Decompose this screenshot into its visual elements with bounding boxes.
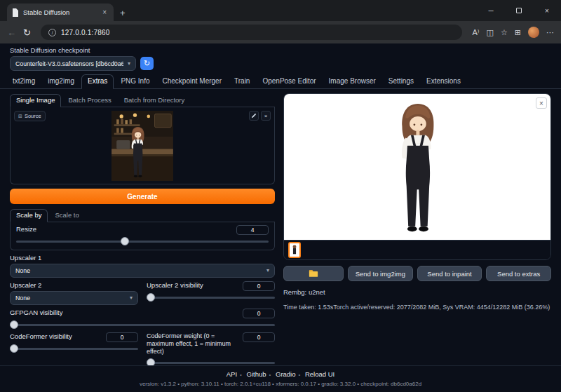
open-output-folder-button[interactable] xyxy=(283,266,344,281)
tab-close-icon[interactable]: × xyxy=(100,8,109,17)
browser-titlebar: Stable Diffusion × + ─ × xyxy=(0,0,561,21)
codeformer-weight-block: CodeFormer weight (0 = maximum effect, 1… xyxy=(147,332,275,367)
stable-diffusion-page: Stable Diffusion checkpoint Counterfeit-… xyxy=(0,43,561,392)
resize-slider-track[interactable] xyxy=(16,241,269,243)
read-aloud-icon[interactable]: A⁾ xyxy=(472,29,479,36)
slider-handle[interactable] xyxy=(147,293,155,302)
upscaler2-visibility-label: Upscaler 2 visibility xyxy=(147,281,203,290)
source-image[interactable] xyxy=(111,111,173,181)
generate-button[interactable]: Generate xyxy=(10,189,275,204)
api-link[interactable]: API xyxy=(227,370,237,378)
main-tab-bar: txt2img img2img Extras PNG Info Checkpoi… xyxy=(0,74,561,89)
result-preview[interactable]: × xyxy=(284,94,550,240)
resize-slider-handle[interactable] xyxy=(121,237,129,245)
tab-train[interactable]: Train xyxy=(229,75,255,88)
gradio-link[interactable]: Gradio xyxy=(276,370,296,378)
tab-batch-process[interactable]: Batch Process xyxy=(62,95,116,107)
result-gallery: × xyxy=(283,93,551,260)
time-taken-text: Time taken: 1.53sTorch active/reserved: … xyxy=(283,303,551,312)
tab-single-image[interactable]: Single Image xyxy=(10,94,61,107)
slider-track[interactable] xyxy=(10,348,138,350)
chevron-down-icon: ▾ xyxy=(130,295,133,301)
github-link[interactable]: Github xyxy=(247,370,266,378)
checkpoint-value: Counterfeit-V3.0.safetensors [db6cd0a62d… xyxy=(15,60,123,67)
tab-settings[interactable]: Settings xyxy=(383,75,419,88)
footer-separator: • xyxy=(299,372,301,378)
tab-scale-by[interactable]: Scale by xyxy=(10,209,48,222)
split-screen-icon[interactable]: ◫ xyxy=(487,29,494,36)
source-chip-label: Source xyxy=(25,113,41,119)
codeformer-visibility-block: CodeFormer visibility 0 xyxy=(10,332,138,367)
slider-track[interactable] xyxy=(10,324,275,326)
minimize-button[interactable]: ─ xyxy=(477,0,505,21)
upscaler2-visibility-slider[interactable] xyxy=(147,293,275,302)
tab-extensions[interactable]: Extensions xyxy=(421,75,466,88)
gallery-thumbnail-selected[interactable] xyxy=(288,242,301,258)
tab-checkpoint-merger[interactable]: Checkpoint Merger xyxy=(157,75,227,88)
tab-extras[interactable]: Extras xyxy=(81,74,114,89)
clear-image-button[interactable]: × xyxy=(261,111,271,121)
upscaler1-label: Upscaler 1 xyxy=(10,254,275,262)
favorites-star-icon[interactable]: ☆ xyxy=(501,29,508,36)
more-menu-icon[interactable]: ⋯ xyxy=(546,29,554,36)
upscaler1-dropdown[interactable]: None ▾ xyxy=(10,264,275,278)
slider-handle[interactable] xyxy=(10,344,18,353)
reload-ui-link[interactable]: Reload UI xyxy=(305,370,334,378)
checkpoint-dropdown[interactable]: Counterfeit-V3.0.safetensors [db6cd0a62d… xyxy=(10,56,136,71)
site-info-icon[interactable]: i xyxy=(48,29,56,36)
upscaler2-visibility-block: Upscaler 2 visibility 0 xyxy=(147,281,275,305)
upscaler2-label: Upscaler 2 xyxy=(10,281,138,290)
result-image[interactable] xyxy=(349,97,485,237)
edit-image-button[interactable] xyxy=(249,111,259,121)
codeformer-visibility-input[interactable]: 0 xyxy=(106,332,138,342)
resize-number-input[interactable]: 4 xyxy=(236,225,269,235)
browser-window: Stable Diffusion × + ─ × ← ↻ i 127.0.0.1… xyxy=(0,0,561,392)
upscaler2-value: None xyxy=(15,295,126,302)
tab-batch-from-directory[interactable]: Batch from Directory xyxy=(119,95,191,107)
tab-png-info[interactable]: PNG Info xyxy=(115,75,155,88)
slider-track[interactable] xyxy=(147,297,275,299)
codeformer-weight-input[interactable]: 0 xyxy=(243,332,275,342)
upscaler2-block: Upscaler 2 None ▾ xyxy=(10,281,138,305)
maximize-button[interactable] xyxy=(505,0,533,21)
send-to-img2img-button[interactable]: Send to img2img xyxy=(348,266,413,281)
tab-openpose-editor[interactable]: OpenPose Editor xyxy=(257,75,321,88)
maximize-icon xyxy=(516,8,522,13)
send-to-extras-button[interactable]: Send to extras xyxy=(486,266,551,281)
codeformer-visibility-slider[interactable] xyxy=(10,344,138,353)
resize-slider[interactable] xyxy=(16,237,269,245)
folder-icon xyxy=(309,269,318,278)
window-controls: ─ × xyxy=(477,0,561,21)
browser-tab[interactable]: Stable Diffusion × xyxy=(7,4,114,21)
collections-icon[interactable]: ⊞ xyxy=(515,29,521,36)
back-icon[interactable]: ← xyxy=(7,28,16,37)
tab-img2img[interactable]: img2img xyxy=(42,75,80,88)
upscaler2-visibility-input[interactable]: 0 xyxy=(243,281,275,291)
close-window-button[interactable]: × xyxy=(533,0,561,21)
page-footer: API• Github• Gradio• Reload UI version: … xyxy=(0,365,561,392)
source-image-dropzone[interactable]: ⊞ Source × xyxy=(10,107,275,184)
slider-handle[interactable] xyxy=(10,320,18,329)
address-bar[interactable]: i 127.0.0.1:7860 xyxy=(41,25,463,40)
profile-avatar[interactable] xyxy=(528,27,539,38)
codeformer-weight-label: CodeFormer weight (0 = maximum effect, 1… xyxy=(147,332,236,356)
browser-toolbar: ← ↻ i 127.0.0.1:7860 A⁾ ◫ ☆ ⊞ ⋯ xyxy=(0,21,561,43)
send-to-inpaint-button[interactable]: Send to inpaint xyxy=(417,266,482,281)
page-favicon-icon xyxy=(12,8,19,17)
slider-track[interactable] xyxy=(147,362,275,364)
tab-image-browser[interactable]: Image Browser xyxy=(323,75,381,88)
resize-label: Resize xyxy=(16,225,36,234)
upscaler2-dropdown[interactable]: None ▾ xyxy=(10,291,138,305)
gallery-close-button[interactable]: × xyxy=(536,97,547,109)
gfpgan-visibility-slider[interactable] xyxy=(10,320,275,329)
upscaler1-value: None xyxy=(15,267,262,274)
tab-txt2img[interactable]: txt2img xyxy=(7,75,41,88)
refresh-checkpoint-button[interactable]: ↻ xyxy=(140,57,154,70)
extras-sub-tab-bar: Single Image Batch Process Batch from Di… xyxy=(10,93,275,107)
scale-by-panel: Resize 4 xyxy=(10,222,275,250)
new-tab-button[interactable]: + xyxy=(120,8,126,18)
rembg-status-text: Rembg: u2net xyxy=(283,288,551,296)
refresh-icon[interactable]: ↻ xyxy=(23,28,31,37)
tab-scale-to[interactable]: Scale to xyxy=(49,210,84,222)
gfpgan-visibility-input[interactable]: 0 xyxy=(243,309,275,318)
